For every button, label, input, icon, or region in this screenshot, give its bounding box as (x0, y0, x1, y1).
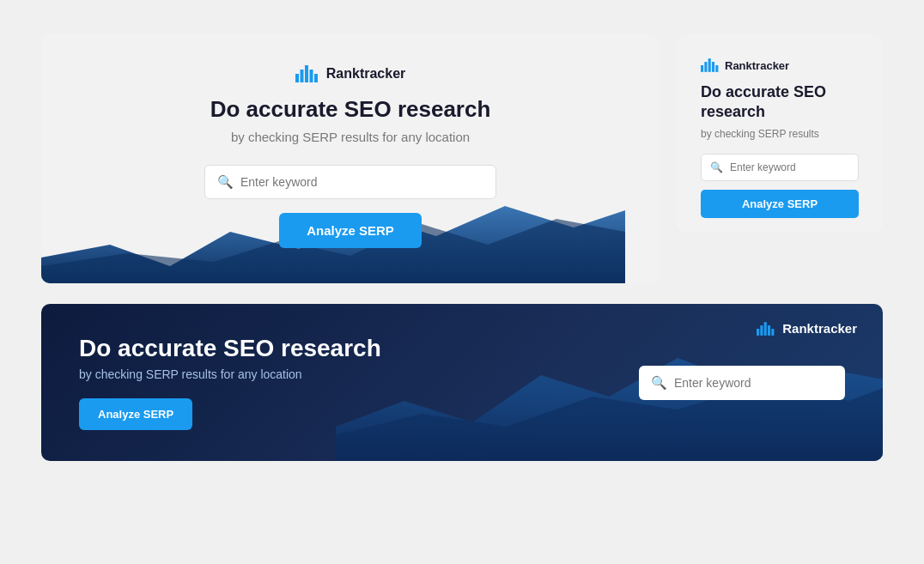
svg-rect-11 (715, 65, 718, 72)
svg-rect-15 (768, 325, 770, 336)
svg-rect-10 (712, 62, 714, 72)
top-row: Ranktracker Do accurate SEO research by … (41, 34, 883, 283)
large-card-logo-text: Ranktracker (326, 66, 406, 82)
banner-ranktracker-icon (757, 322, 775, 336)
svg-rect-7 (701, 65, 703, 72)
banner-logo: Ranktracker (757, 321, 857, 336)
large-card: Ranktracker Do accurate SEO research by … (41, 34, 660, 283)
svg-rect-4 (314, 74, 318, 82)
svg-rect-3 (309, 70, 313, 82)
small-card-logo: Ranktracker (701, 58, 789, 72)
large-card-logo: Ranktracker (295, 65, 406, 82)
svg-rect-12 (757, 329, 759, 336)
banner-sub-title: by checking SERP results for any locatio… (79, 367, 605, 381)
large-card-analyze-button[interactable]: Analyze SERP (279, 213, 422, 248)
banner-right-content: 🔍 (639, 366, 845, 400)
dark-banner: Ranktracker Do accurate SEO research by … (41, 304, 883, 461)
svg-rect-13 (761, 325, 763, 336)
svg-rect-16 (772, 329, 775, 336)
large-card-search-bar: 🔍 (204, 165, 496, 199)
svg-rect-1 (300, 70, 303, 82)
svg-rect-2 (305, 65, 308, 82)
large-card-main-title: Do accurate SEO research (210, 96, 491, 123)
small-card-ranktracker-icon (701, 58, 720, 72)
small-card-analyze-button[interactable]: Analyze SERP (701, 190, 859, 218)
banner-logo-text: Ranktracker (782, 321, 857, 336)
svg-rect-9 (708, 58, 711, 72)
banner-analyze-button[interactable]: Analyze SERP (79, 398, 192, 430)
svg-rect-0 (295, 74, 299, 82)
small-card-search-input[interactable] (730, 161, 849, 173)
small-card-logo-text: Ranktracker (725, 59, 789, 72)
small-card: Ranktracker Do accurate SEO research by … (677, 34, 883, 232)
banner-search-icon: 🔍 (651, 375, 667, 391)
small-card-sub-title: by checking SERP results (701, 128, 819, 140)
small-card-search-icon: 🔍 (710, 161, 723, 173)
banner-left-content: Do accurate SEO research by checking SER… (79, 335, 605, 430)
banner-main-title: Do accurate SEO research (79, 335, 605, 362)
large-card-sub-title: by checking SERP results for any locatio… (231, 130, 470, 144)
banner-search-input[interactable] (674, 376, 833, 390)
small-card-search-bar: 🔍 (701, 154, 859, 181)
ranktracker-logo-icon (295, 65, 319, 82)
small-card-main-title: Do accurate SEO research (701, 82, 859, 123)
large-card-search-input[interactable] (240, 175, 483, 189)
large-card-search-icon: 🔍 (217, 174, 234, 190)
svg-rect-8 (704, 62, 707, 72)
banner-search-bar: 🔍 (639, 366, 845, 400)
svg-rect-14 (764, 322, 767, 336)
